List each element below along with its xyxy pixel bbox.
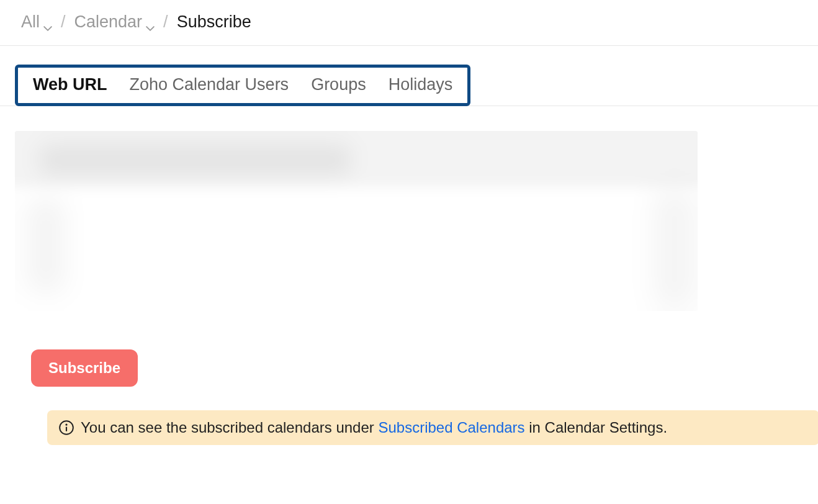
- breadcrumb-separator: /: [61, 12, 66, 32]
- chevron-down-icon: [43, 18, 52, 27]
- tab-list: Web URL Zoho Calendar Users Groups Holid…: [15, 65, 470, 106]
- svg-rect-2: [66, 426, 67, 431]
- info-suffix: in Calendar Settings.: [525, 419, 667, 436]
- info-banner: You can see the subscribed calendars und…: [47, 410, 818, 445]
- page-title: Subscribe: [177, 12, 251, 32]
- tab-web-url[interactable]: Web URL: [33, 75, 107, 94]
- breadcrumb: All / Calendar / Subscribe: [0, 0, 818, 46]
- chevron-down-icon: [146, 18, 155, 27]
- breadcrumb-separator: /: [163, 12, 168, 32]
- breadcrumb-item-all[interactable]: All: [21, 12, 52, 32]
- breadcrumb-item-label: All: [21, 12, 40, 32]
- svg-point-1: [65, 424, 67, 426]
- tab-groups[interactable]: Groups: [311, 75, 366, 94]
- content-area: Subscribe You can see the subscribed cal…: [0, 106, 818, 445]
- info-prefix: You can see the subscribed calendars und…: [81, 419, 378, 436]
- subscribe-button[interactable]: Subscribe: [31, 349, 138, 387]
- tabs-container: Web URL Zoho Calendar Users Groups Holid…: [0, 46, 818, 106]
- breadcrumb-item-calendar[interactable]: Calendar: [74, 12, 155, 32]
- tab-holidays[interactable]: Holidays: [389, 75, 453, 94]
- info-text: You can see the subscribed calendars und…: [81, 419, 667, 436]
- breadcrumb-item-label: Calendar: [74, 12, 143, 32]
- subscribed-calendars-link[interactable]: Subscribed Calendars: [378, 419, 524, 436]
- redacted-form-area: [15, 131, 698, 311]
- info-icon: [58, 420, 74, 436]
- tab-zoho-calendar-users[interactable]: Zoho Calendar Users: [130, 75, 289, 94]
